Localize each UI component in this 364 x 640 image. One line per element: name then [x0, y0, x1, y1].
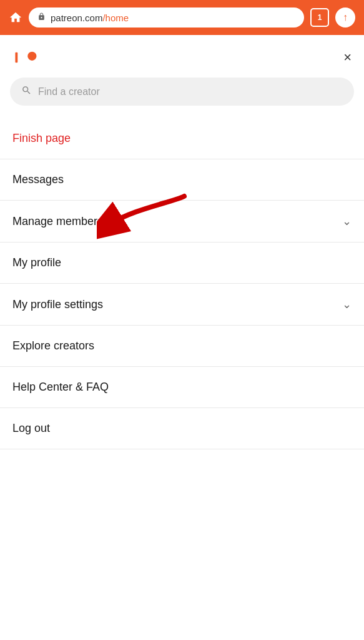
search-bar[interactable]: Find a creator	[10, 78, 354, 106]
log-out-label: Log out	[12, 422, 50, 435]
menu-list: Finish page Messages Manage memberships …	[0, 118, 364, 449]
chevron-down-icon-2: ⌄	[342, 298, 352, 311]
home-icon[interactable]	[9, 11, 22, 24]
search-icon	[21, 85, 32, 98]
messages-label: Messages	[12, 173, 64, 186]
browser-bar: patreon.com/home 1	[0, 0, 364, 35]
menu-item-explore-creators[interactable]: Explore creators	[0, 326, 364, 367]
menu-item-finish-page[interactable]: Finish page	[0, 118, 364, 159]
page-content: × Find a creator Finish page Messages	[0, 35, 364, 640]
menu-item-manage-memberships[interactable]: Manage memberships ⌄	[0, 201, 364, 242]
search-container: Find a creator	[10, 78, 354, 106]
my-profile-label: My profile	[12, 256, 61, 269]
address-bar[interactable]: patreon.com/home	[29, 8, 304, 28]
menu-item-help-center[interactable]: Help Center & FAQ	[0, 367, 364, 408]
svg-point-0	[27, 52, 36, 61]
explore-creators-label: Explore creators	[12, 339, 94, 352]
menu-item-log-out[interactable]: Log out	[0, 408, 364, 449]
browser-url: patreon.com/home	[51, 12, 129, 23]
lock-icon	[37, 12, 46, 23]
search-placeholder: Find a creator	[38, 86, 100, 98]
tabs-button[interactable]: 1	[310, 8, 329, 27]
my-profile-settings-label: My profile settings	[12, 298, 103, 311]
svg-rect-1	[15, 52, 17, 63]
share-button[interactable]	[335, 8, 355, 28]
menu-item-messages[interactable]: Messages	[0, 159, 364, 201]
manage-memberships-label: Manage memberships	[12, 215, 124, 228]
menu-item-my-profile-settings[interactable]: My profile settings ⌄	[0, 284, 364, 326]
help-center-label: Help Center & FAQ	[12, 381, 109, 394]
page-wrapper: × Find a creator Finish page Messages	[0, 35, 364, 640]
nav-header: ×	[0, 35, 364, 78]
finish-page-label: Finish page	[12, 132, 71, 145]
close-button[interactable]: ×	[343, 51, 352, 64]
menu-item-my-profile[interactable]: My profile	[0, 242, 364, 284]
chevron-down-icon: ⌄	[342, 214, 352, 228]
patreon-logo	[12, 48, 40, 68]
